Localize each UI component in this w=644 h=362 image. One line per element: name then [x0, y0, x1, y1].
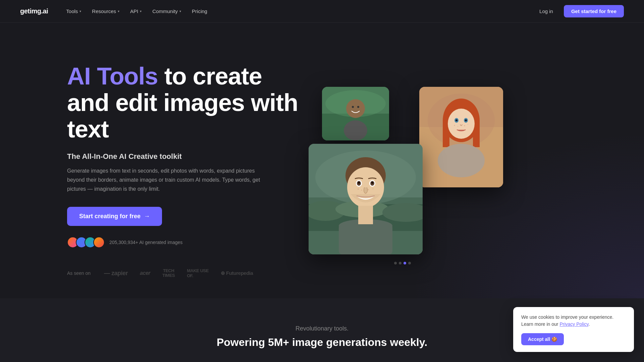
- svg-point-6: [357, 106, 359, 108]
- svg-point-37: [371, 182, 373, 184]
- person-image-2: [419, 87, 503, 187]
- hero-image-small: [322, 87, 389, 140]
- dot-4[interactable]: [408, 262, 411, 264]
- nav-label-resources: Resources: [92, 8, 116, 14]
- privacy-policy-link[interactable]: Privacy Policy: [559, 321, 588, 327]
- svg-point-38: [358, 188, 359, 190]
- svg-point-40: [368, 189, 369, 190]
- nav-label-pricing: Pricing: [192, 8, 207, 14]
- avatar: [93, 237, 105, 248]
- nav-label-tools: Tools: [66, 8, 78, 14]
- bottom-title: Powering 5M+ image generations weekly.: [67, 336, 577, 349]
- social-proof: 205,300,934+ AI generated images: [67, 237, 302, 248]
- person-image-1: [322, 87, 389, 140]
- dot-3[interactable]: [404, 262, 406, 264]
- chevron-down-icon: ▾: [118, 9, 119, 13]
- nav-item-resources[interactable]: Resources ▾: [87, 6, 124, 17]
- brand-zapier: — zapier: [104, 270, 128, 277]
- hero-image-tall: [419, 87, 503, 187]
- get-started-button[interactable]: Get started for free: [564, 5, 624, 17]
- nav-item-tools[interactable]: Tools ▾: [61, 6, 86, 17]
- nav-item-api[interactable]: API ▾: [125, 6, 146, 17]
- cookie-suffix: .: [589, 321, 590, 327]
- chevron-down-icon: ▾: [140, 9, 142, 13]
- dot-1[interactable]: [394, 262, 397, 264]
- svg-point-19: [454, 125, 455, 126]
- brand-techtimes: TECHTIMES: [162, 268, 175, 278]
- hero-cta-button[interactable]: Start creating for free →: [67, 207, 162, 226]
- svg-point-4: [344, 120, 367, 140]
- svg-rect-44: [358, 206, 373, 224]
- svg-point-39: [361, 190, 362, 191]
- svg-point-17: [465, 119, 467, 121]
- nav-item-pricing[interactable]: Pricing: [187, 6, 212, 17]
- hero-images-collage: [302, 87, 503, 254]
- logo[interactable]: getimg.ai: [20, 7, 48, 15]
- svg-point-41: [373, 188, 374, 189]
- hero-title-highlight: AI Tools: [67, 63, 158, 89]
- nav-links: Tools ▾ Resources ▾ API ▾ Community ▾ Pr…: [61, 6, 534, 17]
- cookie-banner: We use cookies to improve your experienc…: [513, 307, 634, 352]
- brand-logos: — zapier acer TECHTIMES MAKE USEOF. ⊕ Fu…: [104, 268, 253, 278]
- cookie-text: We use cookies to improve your experienc…: [521, 314, 626, 328]
- login-button[interactable]: Log in: [534, 6, 558, 17]
- chevron-down-icon: ▾: [179, 9, 181, 13]
- hero-title: AI Tools to create and edit images with …: [67, 63, 302, 143]
- social-count: 205,300,934+ AI generated images: [109, 240, 182, 245]
- brand-makeuseof: MAKE USEOF.: [187, 268, 209, 278]
- as-seen-label: As seen on: [67, 270, 91, 276]
- dot-2[interactable]: [399, 262, 401, 264]
- arrow-icon: →: [144, 213, 150, 220]
- brand-acer: acer: [140, 270, 150, 276]
- hero-content: AI Tools to create and edit images with …: [67, 63, 302, 278]
- svg-point-21: [464, 125, 465, 126]
- accept-cookies-button[interactable]: Accept all 🍪: [521, 333, 564, 345]
- person-image-3: [309, 144, 423, 254]
- as-seen-on: As seen on — zapier acer TECHTIMES MAKE …: [67, 268, 302, 278]
- svg-point-36: [358, 182, 360, 184]
- brand-futurepedia: ⊕ Futurepedia: [221, 270, 253, 276]
- image-dots-indicator: [394, 262, 411, 264]
- svg-point-13: [448, 109, 475, 139]
- nav-actions: Log in Get started for free: [534, 5, 624, 17]
- svg-point-22: [468, 124, 468, 125]
- svg-point-16: [455, 119, 458, 121]
- svg-point-18: [438, 144, 485, 177]
- navbar: getimg.ai Tools ▾ Resources ▾ API ▾ Comm…: [0, 0, 644, 23]
- svg-point-3: [346, 99, 365, 118]
- nav-item-community[interactable]: Community ▾: [148, 6, 186, 17]
- hero-image-main: [309, 144, 423, 254]
- nav-label-api: API: [130, 8, 138, 14]
- svg-point-5: [352, 106, 354, 108]
- hero-description: Generate images from text in seconds, ed…: [67, 166, 262, 194]
- nav-label-community: Community: [152, 8, 178, 14]
- avatar-group: [67, 237, 105, 248]
- chevron-down-icon: ▾: [79, 9, 81, 13]
- hero-subtitle: The All-In-One AI Creative toolkit: [67, 152, 302, 161]
- bottom-tagline: Revolutionary tools.: [67, 325, 577, 332]
- cta-label: Start creating for free: [79, 213, 141, 220]
- hero-section: AI Tools to create and edit images with …: [0, 23, 644, 298]
- svg-point-20: [458, 126, 458, 127]
